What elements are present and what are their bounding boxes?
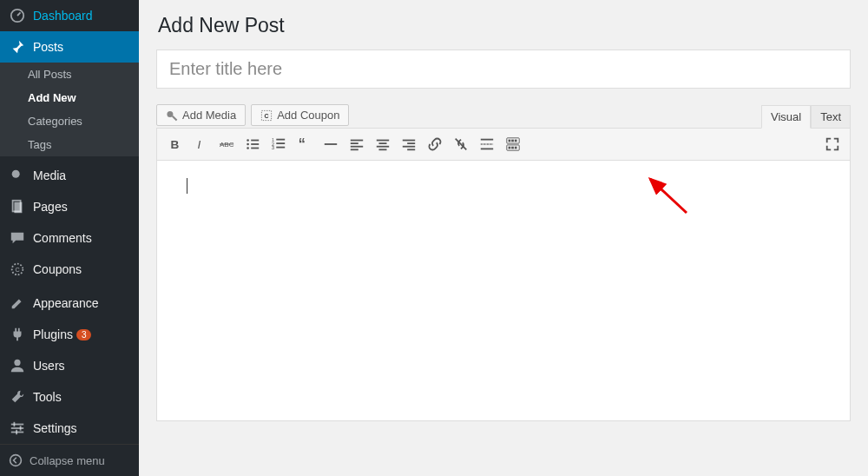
svg-point-13 bbox=[10, 455, 22, 466]
svg-rect-32 bbox=[276, 147, 285, 149]
svg-rect-54 bbox=[511, 140, 514, 142]
bullet-list-icon[interactable] bbox=[240, 132, 265, 156]
submenu-add-new[interactable]: Add New bbox=[0, 86, 139, 109]
svg-rect-55 bbox=[515, 140, 517, 142]
sidebar-item-appearance[interactable]: Appearance bbox=[0, 288, 139, 319]
svg-rect-35 bbox=[351, 140, 363, 142]
sidebar-label: Posts bbox=[33, 40, 63, 54]
sidebar-item-coupons[interactable]: C Coupons bbox=[0, 254, 139, 285]
sidebar-label: Plugins bbox=[33, 327, 73, 341]
svg-rect-48 bbox=[481, 139, 493, 141]
svg-rect-28 bbox=[276, 139, 285, 141]
editor-wrap: Visual Text B I ABC 123 “ bbox=[156, 128, 851, 421]
submenu-categories[interactable]: Categories bbox=[0, 109, 139, 133]
align-right-icon[interactable] bbox=[397, 132, 421, 156]
sidebar-item-tools[interactable]: Tools bbox=[0, 381, 139, 413]
sidebar-label: Media bbox=[33, 169, 66, 182]
italic-icon[interactable]: I bbox=[188, 132, 213, 156]
button-label: Add Coupon bbox=[277, 109, 339, 122]
pages-icon bbox=[9, 198, 26, 215]
editor-content[interactable] bbox=[156, 161, 851, 421]
svg-rect-34 bbox=[325, 143, 337, 145]
svg-rect-38 bbox=[351, 149, 358, 150]
align-left-icon[interactable] bbox=[345, 132, 369, 156]
toolbar-toggle-icon[interactable] bbox=[501, 132, 525, 156]
svg-rect-39 bbox=[377, 140, 389, 142]
hr-icon[interactable] bbox=[319, 132, 343, 156]
svg-point-6 bbox=[14, 360, 20, 366]
sidebar-label: Appearance bbox=[33, 296, 99, 310]
tab-visual[interactable]: Visual bbox=[761, 105, 811, 129]
svg-rect-26 bbox=[251, 148, 259, 149]
svg-text:3: 3 bbox=[272, 145, 274, 150]
admin-sidebar: Dashboard Posts All Posts Add New Catego… bbox=[0, 0, 139, 476]
unlink-icon[interactable] bbox=[449, 132, 473, 156]
sidebar-item-comments[interactable]: Comments bbox=[0, 222, 139, 254]
collapse-menu-button[interactable]: Collapse menu bbox=[0, 444, 139, 476]
bold-icon[interactable]: B bbox=[162, 132, 187, 156]
collapse-icon bbox=[9, 453, 23, 467]
svg-rect-41 bbox=[377, 146, 389, 148]
text-cursor bbox=[187, 178, 187, 194]
align-center-icon[interactable] bbox=[371, 132, 395, 156]
media-icon bbox=[166, 109, 178, 122]
coupons-icon: C bbox=[9, 261, 26, 278]
svg-rect-12 bbox=[16, 430, 17, 434]
svg-text:I: I bbox=[197, 138, 201, 151]
readmore-icon[interactable] bbox=[475, 132, 499, 156]
svg-rect-30 bbox=[276, 142, 285, 144]
svg-rect-46 bbox=[407, 149, 415, 150]
strikethrough-icon[interactable]: ABC bbox=[214, 132, 239, 156]
tools-icon bbox=[9, 388, 26, 406]
svg-text:“: “ bbox=[299, 136, 306, 151]
sidebar-item-pages[interactable]: Pages bbox=[0, 191, 139, 222]
fullscreen-icon[interactable] bbox=[820, 132, 845, 156]
button-label: Add Media bbox=[182, 109, 236, 122]
svg-rect-40 bbox=[379, 142, 387, 144]
svg-text:B: B bbox=[171, 138, 180, 151]
number-list-icon[interactable]: 123 bbox=[266, 132, 291, 156]
sidebar-label: Dashboard bbox=[33, 9, 93, 23]
svg-point-21 bbox=[247, 139, 249, 142]
post-title-input[interactable] bbox=[156, 50, 851, 89]
svg-rect-44 bbox=[407, 142, 415, 144]
svg-rect-37 bbox=[351, 146, 363, 148]
settings-icon bbox=[9, 420, 26, 437]
posts-submenu: All Posts Add New Categories Tags bbox=[0, 63, 139, 156]
svg-point-14 bbox=[167, 111, 173, 117]
main-content: Add New Post Add Media C Add Coupon Visu… bbox=[139, 0, 868, 476]
sidebar-item-media[interactable]: Media bbox=[0, 160, 139, 191]
add-coupon-button[interactable]: C Add Coupon bbox=[251, 104, 349, 126]
sidebar-label: Settings bbox=[33, 421, 77, 435]
svg-rect-57 bbox=[509, 147, 511, 149]
sidebar-item-users[interactable]: Users bbox=[0, 350, 139, 381]
sidebar-item-dashboard[interactable]: Dashboard bbox=[0, 0, 139, 31]
appearance-icon bbox=[9, 294, 26, 312]
submenu-all-posts[interactable]: All Posts bbox=[0, 63, 139, 86]
users-icon bbox=[9, 357, 26, 374]
media-icon bbox=[9, 167, 26, 184]
sidebar-item-plugins[interactable]: Plugins 3 bbox=[0, 319, 139, 350]
collapse-label: Collapse menu bbox=[30, 454, 105, 467]
svg-rect-36 bbox=[351, 142, 358, 144]
sidebar-label: Tools bbox=[33, 390, 62, 404]
add-media-button[interactable]: Add Media bbox=[156, 104, 246, 126]
link-icon[interactable] bbox=[423, 132, 447, 156]
comments-icon bbox=[9, 229, 26, 247]
page-title: Add New Post bbox=[158, 14, 851, 37]
svg-rect-53 bbox=[509, 140, 511, 142]
svg-rect-42 bbox=[379, 149, 387, 150]
svg-rect-24 bbox=[251, 143, 259, 145]
sidebar-label: Users bbox=[33, 359, 65, 373]
sidebar-label: Coupons bbox=[33, 262, 82, 276]
plugins-icon bbox=[9, 326, 26, 343]
submenu-tags[interactable]: Tags bbox=[0, 133, 139, 156]
blockquote-icon[interactable]: “ bbox=[293, 132, 317, 156]
svg-rect-45 bbox=[403, 146, 415, 148]
tab-text[interactable]: Text bbox=[811, 105, 851, 129]
svg-rect-10 bbox=[14, 422, 16, 426]
svg-rect-11 bbox=[20, 426, 22, 430]
sidebar-item-settings[interactable]: Settings bbox=[0, 413, 139, 444]
coupon-icon: C bbox=[260, 109, 273, 122]
sidebar-item-posts[interactable]: Posts bbox=[0, 31, 139, 63]
